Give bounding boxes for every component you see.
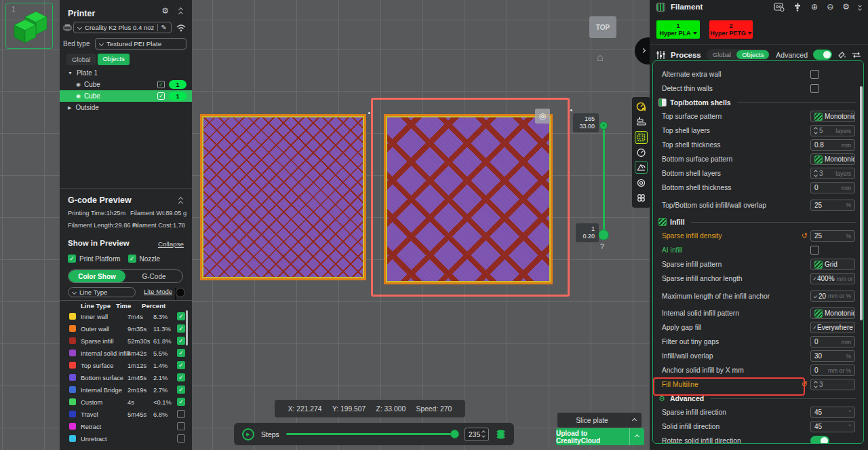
- upload-button[interactable]: Upload to CrealityCloud: [556, 428, 644, 445]
- process-tab-objects[interactable]: Objects: [736, 50, 769, 59]
- spinner-arrows[interactable]: [814, 128, 817, 134]
- rotate-handle[interactable]: ◎: [535, 109, 550, 124]
- line-visibility-checkbox[interactable]: ✓: [177, 349, 185, 357]
- setting-pattern-box[interactable]: Grid: [810, 259, 855, 270]
- setting-spin-box[interactable]: 5layers: [810, 125, 855, 136]
- slice-plate-button[interactable]: Slice plate: [557, 413, 642, 428]
- filament-name[interactable]: Hyper PLA: [659, 30, 696, 37]
- upload-options-chevron[interactable]: [629, 428, 644, 445]
- printer-collapse-icon[interactable]: [179, 8, 182, 16]
- setting-input-box[interactable]: 0mm or %: [810, 364, 855, 376]
- layers-view-icon[interactable]: [635, 115, 648, 128]
- setting-toggle[interactable]: [810, 436, 829, 444]
- sync-icon[interactable]: [852, 51, 861, 59]
- mound-view-icon[interactable]: [635, 161, 648, 174]
- setting-spin-box[interactable]: 3layers: [810, 168, 855, 179]
- line-visibility-checkbox[interactable]: ✓: [177, 398, 185, 406]
- bed-type-select[interactable]: Textured PEI Plate: [95, 38, 186, 50]
- section-header[interactable]: Infill: [653, 215, 863, 229]
- line-visibility-checkbox[interactable]: ✓: [177, 312, 185, 320]
- line-visibility-checkbox[interactable]: ✓: [177, 386, 185, 394]
- lite-mode-toggle[interactable]: [175, 288, 176, 301]
- remove-filament-icon[interactable]: ⊖: [827, 2, 833, 12]
- setting-input-box[interactable]: 25%: [810, 230, 855, 242]
- process-tab-global[interactable]: Global: [707, 51, 736, 58]
- line-visibility-checkbox[interactable]: ✓: [177, 324, 185, 333]
- nozzle-checkbox[interactable]: ✓: [128, 255, 136, 263]
- gcode-collapse-icon[interactable]: [179, 198, 182, 205]
- eye-icon[interactable]: ◉: [76, 81, 81, 88]
- tree-item-cube-1[interactable]: ◉ Cube ✓ 1: [60, 79, 192, 90]
- line-visibility-checkbox[interactable]: [177, 434, 185, 443]
- tree-item-cube-2-selected[interactable]: ◉ Cube ✓ 1: [60, 90, 192, 102]
- filament-count-badge[interactable]: 1: [169, 80, 186, 89]
- setting-pattern-box[interactable]: Monotonic ...: [810, 111, 855, 122]
- cube-assign-icon[interactable]: ✓: [157, 81, 165, 88]
- cube-assign-icon[interactable]: ✓: [157, 92, 165, 100]
- reset-icon[interactable]: ↺: [802, 231, 808, 240]
- view-cube-top[interactable]: TOP: [589, 16, 616, 38]
- line-visibility-checkbox[interactable]: [177, 410, 185, 418]
- filament-slot[interactable]: 1Hyper PLA: [656, 20, 700, 39]
- paint-icon[interactable]: [837, 50, 846, 59]
- setting-input-box[interactable]: 0mm: [810, 336, 855, 348]
- filament-slot[interactable]: 2Hyper PETG: [709, 20, 753, 39]
- ams-icon[interactable]: [774, 3, 785, 12]
- gear-view-icon[interactable]: [635, 176, 648, 189]
- setting-pattern-box[interactable]: Monotonic: [810, 307, 855, 319]
- setting-pattern-box[interactable]: Monotonic: [810, 153, 855, 165]
- advanced-toggle[interactable]: [813, 50, 832, 60]
- play-button[interactable]: ▶: [242, 428, 254, 440]
- print-platform-checkbox[interactable]: ✓: [68, 255, 76, 263]
- tab-global[interactable]: Global: [66, 54, 96, 65]
- setting-checkbox[interactable]: [810, 70, 819, 79]
- line-visibility-checkbox[interactable]: [177, 422, 185, 430]
- steps-input[interactable]: 235: [465, 428, 489, 441]
- setting-checkbox[interactable]: [810, 84, 819, 93]
- table-scrollbar[interactable]: [186, 310, 188, 345]
- color-scheme-icon[interactable]: [635, 100, 648, 113]
- layer-slider-top-handle[interactable]: +: [599, 121, 608, 130]
- tab-objects[interactable]: Objects: [98, 54, 129, 65]
- setting-dropdown-box[interactable]: Everywhere: [810, 322, 855, 333]
- sliced-cube-right-selected[interactable]: [384, 114, 553, 284]
- sliced-cube-left[interactable]: [200, 114, 366, 280]
- process-scrollbar[interactable]: [860, 86, 863, 320]
- line-visibility-checkbox[interactable]: ✓: [177, 337, 185, 345]
- spinner-arrows[interactable]: [814, 381, 817, 388]
- setting-input-box[interactable]: 0mm: [810, 182, 855, 193]
- four-dots-icon[interactable]: [635, 191, 648, 204]
- layer-slider-bottom-handle[interactable]: [598, 229, 609, 240]
- tree-item-plate[interactable]: ▼ Plate 1: [60, 67, 192, 79]
- filament-count-badge[interactable]: 1: [169, 92, 186, 100]
- gcode-button[interactable]: G-Code: [125, 270, 182, 282]
- setting-input-box[interactable]: 25%: [810, 200, 855, 211]
- help-icon[interactable]: ?: [600, 242, 604, 250]
- slice-options-chevron[interactable]: [627, 413, 642, 428]
- printer-select[interactable]: Creality K2 Plus 0.4 nozzle ✎: [73, 22, 172, 33]
- home-view-icon[interactable]: ⌂: [597, 52, 604, 64]
- filament-name[interactable]: Hyper PETG: [710, 30, 752, 37]
- setting-dropdown-box[interactable]: 400%mm or %: [810, 273, 855, 284]
- speed-view-icon[interactable]: [635, 146, 648, 159]
- grid-view-icon[interactable]: [635, 131, 648, 144]
- printer-settings-gear-icon[interactable]: ⚙: [161, 6, 169, 16]
- line-visibility-checkbox[interactable]: ✓: [177, 361, 185, 369]
- wifi-icon[interactable]: [176, 24, 186, 32]
- line-type-select[interactable]: Line Type: [68, 287, 136, 297]
- setting-input-box[interactable]: 0.8mm: [810, 139, 855, 151]
- filament-settings-gear-icon[interactable]: ⚙: [842, 2, 850, 12]
- line-visibility-checkbox[interactable]: ✓: [177, 373, 185, 381]
- tree-item-outside[interactable]: ▶ Outside: [60, 102, 192, 113]
- setting-input-box[interactable]: 45°: [810, 421, 855, 432]
- flush-nozzle-icon[interactable]: [793, 3, 802, 12]
- layers-stack-icon[interactable]: [496, 430, 506, 439]
- layer-slider-track[interactable]: [603, 126, 605, 231]
- filament-collapse-icon[interactable]: [859, 4, 861, 10]
- eye-icon[interactable]: ◉: [76, 93, 81, 99]
- edit-printer-pencil-icon[interactable]: ✎: [157, 24, 167, 31]
- section-header[interactable]: Top/bottom shells: [653, 96, 863, 109]
- spinner-arrows[interactable]: [814, 170, 817, 176]
- add-filament-icon[interactable]: ⊕: [811, 2, 818, 12]
- collapse-link[interactable]: Collapse: [158, 240, 184, 248]
